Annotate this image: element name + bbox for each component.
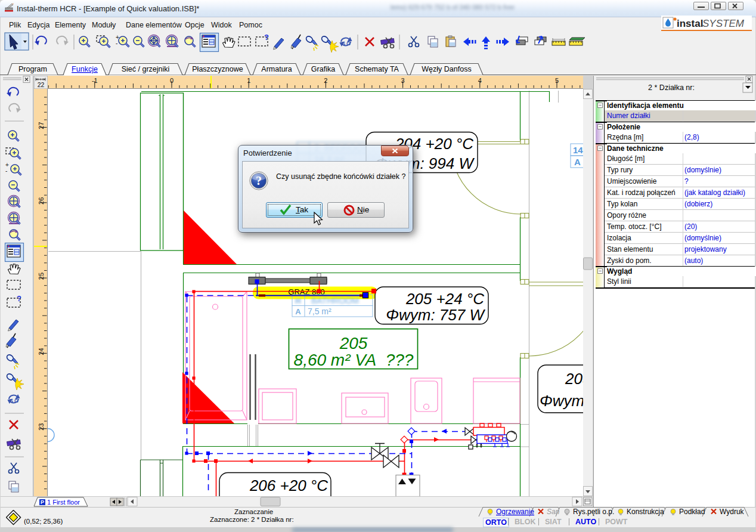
svg-text:S: S — [342, 41, 345, 47]
svg-text:Konstrukcja: Konstrukcja — [627, 508, 664, 516]
svg-text:SYSTEM: SYSTEM — [702, 18, 745, 29]
svg-text:H: H — [295, 296, 300, 305]
svg-text:4: 4 — [478, 77, 482, 84]
svg-text:Armatura: Armatura — [261, 65, 292, 73]
svg-text:P: P — [41, 499, 44, 505]
svg-text:22: 22 — [38, 81, 45, 88]
svg-text:?: ? — [264, 33, 269, 42]
svg-text:G: G — [14, 398, 18, 404]
svg-text:23: 23 — [38, 423, 45, 431]
svg-text:Φwym: 757 W: Φwym: 757 W — [386, 306, 485, 324]
svg-text:205 +20 °C: 205 +20 °C — [565, 370, 583, 388]
svg-text:5: 5 — [555, 77, 559, 84]
svg-text:Podkład: Podkład — [679, 508, 705, 516]
svg-text:2 * Działka nr:: 2 * Działka nr: — [648, 83, 695, 92]
svg-text:25: 25 — [38, 273, 45, 280]
svg-text:S: S — [10, 398, 13, 404]
svg-text:G: G — [346, 41, 351, 47]
svg-text:-: - — [5, 168, 7, 174]
svg-text:Program: Program — [18, 65, 47, 73]
svg-text:27: 27 — [38, 122, 45, 129]
svg-text:3: 3 — [401, 77, 405, 84]
svg-text:Φwym: 994 W: Φwym: 994 W — [540, 392, 583, 410]
svg-text:205: 205 — [339, 334, 368, 352]
svg-text:Grafika: Grafika — [311, 65, 335, 73]
svg-text:Schematy TA: Schematy TA — [355, 65, 399, 73]
svg-text:Funkcje: Funkcje — [72, 65, 98, 73]
svg-text:14: 14 — [573, 145, 583, 155]
svg-text:0: 0 — [170, 77, 173, 84]
svg-text:Węzły Danfoss: Węzły Danfoss — [422, 65, 471, 73]
svg-text:Rys.pętli o.p.: Rys.pętli o.p. — [573, 508, 614, 516]
svg-text:-1: -1 — [92, 77, 98, 84]
svg-text:-: - — [116, 40, 117, 47]
svg-text:8,60 m² VA ???: 8,60 m² VA ??? — [294, 351, 414, 369]
svg-text:San: San — [547, 508, 560, 516]
svg-text:Wydruk: Wydruk — [720, 508, 745, 516]
svg-text:?: ? — [17, 294, 21, 303]
svg-text:Sieć / grzejniki: Sieć / grzejniki — [122, 65, 170, 73]
svg-text:?: ? — [256, 174, 262, 187]
svg-text:Płaszczyznowe: Płaszczyznowe — [192, 65, 243, 73]
svg-text:A: A — [295, 307, 301, 316]
svg-text:7,5 m²: 7,5 m² — [308, 307, 331, 316]
svg-text:A: A — [574, 157, 581, 167]
svg-text:Ogrzewanie: Ogrzewanie — [496, 508, 534, 516]
svg-text:1 First floor: 1 First floor — [47, 499, 80, 506]
svg-text:205 +24 °C: 205 +24 °C — [405, 290, 484, 308]
svg-text:26: 26 — [38, 197, 45, 205]
svg-text:1: 1 — [247, 77, 250, 84]
svg-text:206 +20 °C: 206 +20 °C — [249, 477, 328, 494]
svg-text:instal: instal — [677, 18, 703, 29]
svg-text:BATHROOM: BATHROOM — [311, 296, 359, 305]
svg-text:24: 24 — [38, 348, 45, 355]
svg-text:2: 2 — [324, 77, 327, 84]
